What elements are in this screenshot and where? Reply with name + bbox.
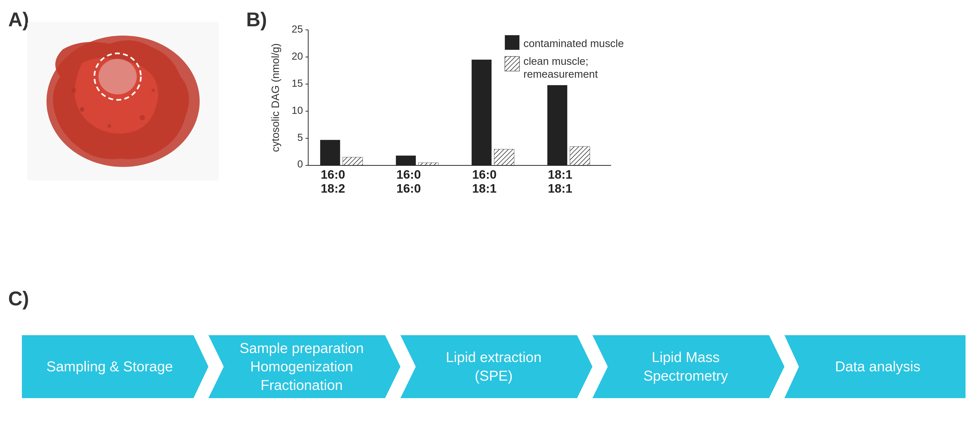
svg-text:18:1: 18:1	[548, 182, 572, 195]
tissue-image	[27, 22, 219, 181]
svg-point-7	[151, 89, 155, 92]
chart-area: 0 5 10 15 20 25 cytosolic DAG (nmol/g)	[260, 22, 670, 208]
svg-text:20: 20	[291, 51, 303, 62]
svg-text:25: 25	[291, 24, 303, 35]
svg-text:18:1: 18:1	[472, 182, 496, 195]
svg-rect-32	[494, 149, 514, 165]
workflow-step-5: Data analysis	[784, 335, 966, 398]
svg-point-4	[80, 107, 84, 112]
svg-point-6	[108, 124, 111, 128]
svg-point-3	[99, 59, 137, 94]
panel-a-label: A)	[8, 8, 29, 31]
svg-rect-29	[418, 163, 438, 166]
svg-text:18:2: 18:2	[321, 182, 345, 195]
svg-rect-28	[396, 156, 416, 166]
svg-text:remeasurement: remeasurement	[523, 68, 598, 80]
svg-rect-45	[505, 35, 519, 50]
svg-text:5: 5	[297, 132, 303, 143]
svg-text:cytosolic DAG (nmol/g): cytosolic DAG (nmol/g)	[269, 43, 281, 152]
svg-text:18:1: 18:1	[548, 168, 572, 181]
workflow-step-2: Sample preparation Homogenization Fracti…	[208, 335, 401, 398]
svg-text:10: 10	[291, 105, 303, 116]
workflow-step-3: Lipid extraction (SPE)	[401, 335, 592, 398]
svg-text:clean muscle;: clean muscle;	[523, 55, 588, 67]
svg-text:0: 0	[297, 158, 303, 170]
svg-text:16:0: 16:0	[396, 182, 421, 195]
panel-c-label: C)	[8, 287, 29, 310]
svg-point-8	[72, 88, 76, 93]
workflow: Sampling & Storage Sample preparation Ho…	[22, 309, 966, 424]
svg-rect-26	[343, 157, 363, 165]
svg-text:16:0: 16:0	[396, 168, 421, 181]
svg-rect-31	[471, 60, 492, 166]
svg-point-5	[140, 115, 145, 120]
svg-rect-34	[547, 85, 567, 165]
workflow-step-4: Lipid Mass Spectrometry	[592, 335, 784, 398]
workflow-step-1: Sampling & Storage	[22, 335, 208, 398]
svg-text:15: 15	[291, 78, 303, 89]
svg-rect-47	[505, 56, 519, 71]
svg-text:16:0: 16:0	[472, 168, 496, 181]
svg-rect-35	[570, 147, 590, 166]
svg-text:16:0: 16:0	[321, 168, 345, 181]
svg-rect-25	[320, 140, 340, 165]
svg-text:contaminated muscle: contaminated muscle	[523, 37, 624, 49]
